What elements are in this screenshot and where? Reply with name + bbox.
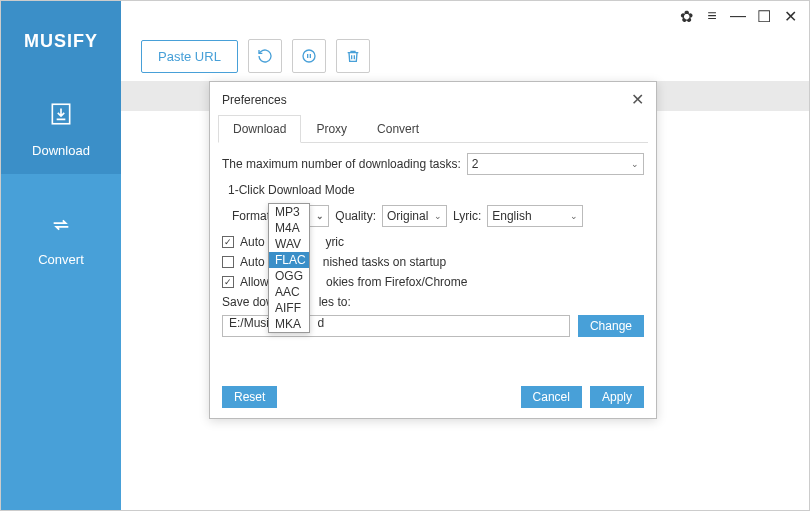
preferences-dialog: Preferences ✕ Download Proxy Convert The… xyxy=(209,81,657,419)
format-option-m4a[interactable]: M4A xyxy=(269,220,309,236)
resume-button[interactable] xyxy=(248,39,282,73)
nav-download[interactable]: Download xyxy=(1,81,121,174)
sidebar: MUSIFY Download Convert xyxy=(1,1,121,510)
nav-download-label: Download xyxy=(32,143,90,158)
titlebar: ✿ ≡ — ☐ ✕ xyxy=(121,1,809,31)
menu-icon[interactable]: ≡ xyxy=(703,7,721,25)
reset-button[interactable]: Reset xyxy=(222,386,277,408)
format-dropdown: MP3M4AWAVFLACOGGAACAIFFMKA xyxy=(268,203,310,333)
format-option-aiff[interactable]: AIFF xyxy=(269,300,309,316)
chevron-down-icon: ⌄ xyxy=(316,211,324,221)
apply-button[interactable]: Apply xyxy=(590,386,644,408)
format-option-wav[interactable]: WAV xyxy=(269,236,309,252)
auto-resume-checkbox[interactable] xyxy=(222,256,234,268)
save-label-suffix: les to: xyxy=(319,295,351,309)
tab-proxy[interactable]: Proxy xyxy=(301,115,362,142)
format-option-aac[interactable]: AAC xyxy=(269,284,309,300)
dialog-tabs: Download Proxy Convert xyxy=(218,115,648,143)
max-tasks-select[interactable]: 2 ⌄ xyxy=(467,153,644,175)
tab-convert[interactable]: Convert xyxy=(362,115,434,142)
allow-cookies-checkbox[interactable]: ✓ xyxy=(222,276,234,288)
close-icon[interactable]: ✕ xyxy=(631,90,644,109)
change-button[interactable]: Change xyxy=(578,315,644,337)
paste-url-button[interactable]: Paste URL xyxy=(141,40,238,73)
chevron-down-icon: ⌄ xyxy=(631,159,639,169)
app-logo: MUSIFY xyxy=(1,1,121,81)
tab-download[interactable]: Download xyxy=(218,115,301,143)
dialog-footer: Reset Cancel Apply xyxy=(210,378,656,418)
lyric-select[interactable]: English ⌄ xyxy=(487,205,583,227)
lyric-value: English xyxy=(492,209,531,223)
path-suffix: d xyxy=(317,316,324,330)
cancel-button[interactable]: Cancel xyxy=(521,386,582,408)
max-tasks-value: 2 xyxy=(472,157,479,171)
settings-icon[interactable]: ✿ xyxy=(677,7,695,25)
cb3-suffix: okies from Firefox/Chrome xyxy=(326,275,467,289)
download-icon xyxy=(1,101,121,133)
delete-button[interactable] xyxy=(336,39,370,73)
nav-convert[interactable]: Convert xyxy=(1,194,121,283)
svg-point-1 xyxy=(303,50,315,62)
close-window-icon[interactable]: ✕ xyxy=(781,7,799,25)
nav-convert-label: Convert xyxy=(38,252,84,267)
section-1click: 1-Click Download Mode xyxy=(228,183,644,197)
pause-button[interactable] xyxy=(292,39,326,73)
dialog-title: Preferences xyxy=(222,93,287,107)
quality-value: Original xyxy=(387,209,428,223)
dialog-body: The maximum number of downloading tasks:… xyxy=(210,143,656,378)
format-option-mp3[interactable]: MP3 xyxy=(269,204,309,220)
minimize-icon[interactable]: — xyxy=(729,7,747,25)
lyric-label: Lyric: xyxy=(453,209,481,223)
chevron-down-icon: ⌄ xyxy=(434,211,442,221)
dialog-header: Preferences ✕ xyxy=(210,82,656,115)
toolbar: Paste URL xyxy=(121,31,809,81)
app-window: MUSIFY Download Convert ✿ ≡ — ☐ ✕ Paste … xyxy=(0,0,810,511)
maximize-icon[interactable]: ☐ xyxy=(755,7,773,25)
quality-label: Quality: xyxy=(335,209,376,223)
format-option-mka[interactable]: MKA xyxy=(269,316,309,332)
max-tasks-label: The maximum number of downloading tasks: xyxy=(222,157,461,171)
cb1-suffix: yric xyxy=(325,235,344,249)
quality-select[interactable]: Original ⌄ xyxy=(382,205,447,227)
cb2-suffix: nished tasks on startup xyxy=(323,255,446,269)
auto-download-lyric-checkbox[interactable]: ✓ xyxy=(222,236,234,248)
format-option-flac[interactable]: FLAC xyxy=(269,252,309,268)
convert-icon xyxy=(1,214,121,242)
chevron-down-icon: ⌄ xyxy=(570,211,578,221)
format-option-ogg[interactable]: OGG xyxy=(269,268,309,284)
